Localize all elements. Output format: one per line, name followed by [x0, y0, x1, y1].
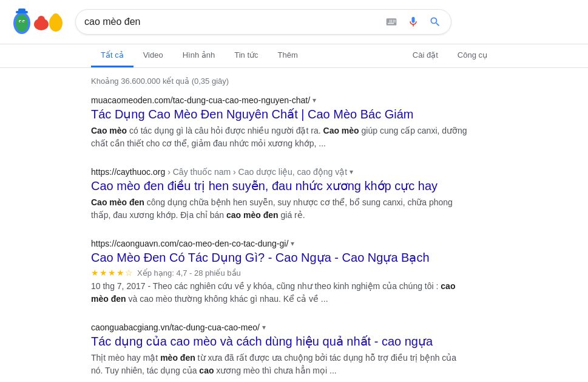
result-url-line: caonguabacgiang.vn/tac-dung-cua-cao-meo/…	[91, 322, 467, 332]
result-item: muacaomeoden.com/tac-dung-cua-cao-meo-ng…	[91, 95, 467, 150]
tab-video[interactable]: Video	[133, 44, 173, 67]
result-url: caonguabacgiang.vn/tac-dung-cua-cao-meo/	[91, 322, 260, 332]
tab-all[interactable]: Tất cả	[91, 44, 133, 67]
tab-news[interactable]: Tin tức	[225, 44, 268, 67]
result-item: https://caonguavn.com/cao-meo-den-co-tac…	[91, 239, 467, 305]
result-title[interactable]: Cao Mèo Đen Có Tác Dụng Gì? - Cao Ngựa -…	[91, 250, 467, 265]
result-url-line: https://caonguavn.com/cao-meo-den-co-tac…	[91, 239, 467, 248]
svg-point-9	[24, 21, 25, 22]
rating-label: Xếp hạng: 4,7 - 28 phiếu bầu	[137, 268, 241, 278]
result-dropdown-icon[interactable]: ▾	[350, 168, 353, 176]
tab-settings[interactable]: Cài đặt	[403, 44, 448, 67]
search-input[interactable]: cao mèo đen	[84, 16, 379, 27]
result-item: caonguabacgiang.vn/tac-dung-cua-cao-meo/…	[91, 322, 467, 377]
result-dropdown-icon[interactable]: ▾	[291, 239, 294, 248]
tab-tools[interactable]: Công cụ	[448, 44, 497, 67]
nav-right: Cài đặt Công cụ	[403, 44, 497, 67]
results-area: Khoảng 36.600.000 kết quả (0,35 giây) mu…	[0, 68, 588, 382]
mic-icon-button[interactable]	[406, 15, 421, 29]
result-title[interactable]: Cao mèo đen điều trị hen suyễn, đau nhức…	[91, 178, 467, 194]
result-title[interactable]: Tác Dụng Cao Mèo Đen Nguyên Chất | Cao M…	[91, 106, 467, 122]
result-snippet: Thịt mèo hay mật mèo đen từ xưa đã rất đ…	[91, 352, 467, 377]
google-logo	[10, 6, 66, 38]
svg-rect-11	[18, 9, 25, 12]
result-dropdown-icon[interactable]: ▾	[313, 96, 316, 104]
tab-more[interactable]: Thêm	[268, 44, 308, 67]
result-url: https://caythuoc.org	[91, 167, 165, 177]
svg-point-3	[38, 16, 45, 23]
result-item: https://caythuoc.org › Cây thuốc nam › C…	[91, 167, 467, 222]
svg-point-8	[20, 21, 21, 22]
result-url: muacaomeoden.com/tac-dung-cua-cao-meo-ng…	[91, 95, 310, 105]
svg-point-5	[52, 13, 59, 21]
tab-images[interactable]: Hình ảnh	[173, 44, 225, 67]
svg-point-1	[16, 15, 28, 32]
result-url-line: https://caythuoc.org › Cây thuốc nam › C…	[91, 167, 467, 177]
nav-tabs: Tất cả Video Hình ảnh Tin tức Thêm Cài đ…	[0, 44, 588, 68]
result-dropdown-icon[interactable]: ▾	[262, 323, 266, 332]
result-snippet: 10 thg 7, 2017 - Theo các nghiên cứu về …	[91, 280, 467, 305]
result-url-line: muacaomeoden.com/tac-dung-cua-cao-meo-ng…	[91, 95, 467, 105]
search-submit-button[interactable]	[428, 15, 442, 29]
result-snippet: Cao mèo đen công dụng chữa bệnh hen suyễ…	[91, 196, 467, 222]
results-count: Khoảng 36.600.000 kết quả (0,35 giây)	[91, 77, 497, 86]
header: cao mèo đen	[0, 0, 588, 44]
rating-stars: ★★★★☆	[91, 268, 133, 278]
result-title[interactable]: Tác dụng của cao mèo và cách dùng hiệu q…	[91, 333, 467, 349]
search-icon-group	[384, 15, 442, 29]
keyboard-icon-button[interactable]	[384, 15, 399, 29]
search-bar[interactable]: cao mèo đen	[75, 9, 451, 35]
result-snippet: Cao mèo có tác dụng gì là câu hỏi được n…	[91, 124, 467, 150]
rating-line: ★★★★☆ Xếp hạng: 4,7 - 28 phiếu bầu	[91, 268, 467, 278]
result-url: https://caonguavn.com/cao-meo-den-co-tac…	[91, 239, 288, 248]
result-breadcrumb: › Cây thuốc nam › Cao dược liệu, cao độn…	[167, 167, 347, 177]
